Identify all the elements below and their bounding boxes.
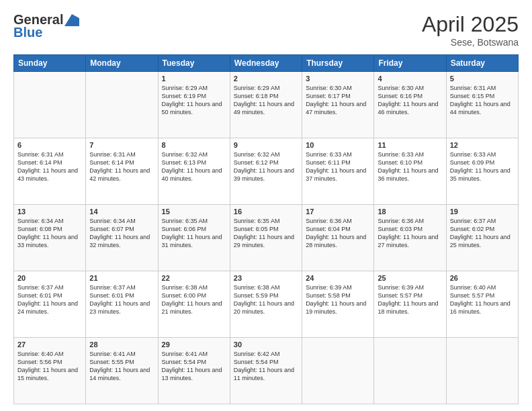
day-number: 18 (378, 208, 442, 216)
table-row: 4 Sunrise: 6:30 AMSunset: 6:16 PMDayligh… (374, 72, 446, 138)
table-row: 27 Sunrise: 6:40 AMSunset: 5:56 PMDaylig… (14, 338, 86, 404)
week-row-2: 6 Sunrise: 6:31 AMSunset: 6:14 PMDayligh… (14, 138, 519, 205)
cell-sunrise: Sunrise: 6:29 AMSunset: 6:19 PMDaylight:… (162, 85, 222, 116)
header: General Blue April 2025 Sese, Botswana (13, 12, 519, 48)
cell-sunrise: Sunrise: 6:38 AMSunset: 5:59 PMDaylight:… (234, 284, 294, 315)
cell-sunrise: Sunrise: 6:29 AMSunset: 6:18 PMDaylight:… (234, 85, 294, 116)
location: Sese, Botswana (422, 37, 519, 48)
table-row (86, 72, 158, 138)
month-title: April 2025 (422, 12, 519, 37)
day-number: 23 (234, 274, 298, 282)
day-number: 6 (17, 141, 82, 149)
title-block: April 2025 Sese, Botswana (422, 12, 519, 48)
header-tuesday: Tuesday (158, 55, 230, 72)
cell-sunrise: Sunrise: 6:33 AMSunset: 6:11 PMDaylight:… (306, 151, 366, 182)
day-number: 20 (17, 274, 82, 282)
table-row: 19 Sunrise: 6:37 AMSunset: 6:02 PMDaylig… (446, 205, 518, 271)
table-row: 26 Sunrise: 6:40 AMSunset: 5:57 PMDaylig… (446, 271, 518, 338)
day-number: 12 (450, 141, 515, 149)
day-number: 28 (89, 340, 154, 349)
cell-sunrise: Sunrise: 6:40 AMSunset: 5:56 PMDaylight:… (17, 351, 78, 381)
table-row (14, 72, 86, 138)
table-row: 5 Sunrise: 6:31 AMSunset: 6:15 PMDayligh… (446, 72, 518, 138)
day-number: 3 (306, 75, 370, 83)
table-row (302, 338, 374, 404)
week-row-4: 20 Sunrise: 6:37 AMSunset: 6:01 PMDaylig… (14, 271, 519, 338)
table-row: 21 Sunrise: 6:37 AMSunset: 6:01 PMDaylig… (86, 271, 158, 338)
table-row (374, 338, 446, 404)
day-number: 7 (89, 141, 154, 149)
day-number: 26 (450, 274, 515, 282)
header-wednesday: Wednesday (230, 55, 302, 72)
logo-blue-text: Blue (13, 25, 42, 40)
logo: General Blue (13, 12, 79, 40)
day-number: 2 (234, 75, 298, 83)
day-number: 5 (450, 75, 515, 83)
week-row-1: 1 Sunrise: 6:29 AMSunset: 6:19 PMDayligh… (14, 72, 519, 138)
table-row: 24 Sunrise: 6:39 AMSunset: 5:58 PMDaylig… (302, 271, 374, 338)
day-number: 30 (234, 340, 298, 349)
day-number: 15 (162, 208, 226, 216)
header-saturday: Saturday (446, 55, 518, 72)
table-row: 20 Sunrise: 6:37 AMSunset: 6:01 PMDaylig… (14, 271, 86, 338)
day-number: 9 (234, 141, 298, 149)
day-number: 14 (89, 208, 154, 216)
day-number: 21 (89, 274, 154, 282)
week-row-3: 13 Sunrise: 6:34 AMSunset: 6:08 PMDaylig… (14, 205, 519, 271)
cell-sunrise: Sunrise: 6:33 AMSunset: 6:10 PMDaylight:… (378, 151, 438, 182)
table-row: 15 Sunrise: 6:35 AMSunset: 6:06 PMDaylig… (158, 205, 230, 271)
svg-marker-0 (64, 14, 79, 26)
cell-sunrise: Sunrise: 6:31 AMSunset: 6:15 PMDaylight:… (450, 85, 511, 116)
day-number: 16 (234, 208, 298, 216)
day-number: 24 (306, 274, 370, 282)
cell-sunrise: Sunrise: 6:31 AMSunset: 6:14 PMDaylight:… (89, 151, 150, 182)
cell-sunrise: Sunrise: 6:36 AMSunset: 6:04 PMDaylight:… (306, 218, 366, 248)
table-row: 3 Sunrise: 6:30 AMSunset: 6:17 PMDayligh… (302, 72, 374, 138)
day-number: 25 (378, 274, 442, 282)
weekday-header-row: Sunday Monday Tuesday Wednesday Thursday… (14, 55, 519, 72)
table-row: 2 Sunrise: 6:29 AMSunset: 6:18 PMDayligh… (230, 72, 302, 138)
table-row: 18 Sunrise: 6:36 AMSunset: 6:03 PMDaylig… (374, 205, 446, 271)
cell-sunrise: Sunrise: 6:33 AMSunset: 6:09 PMDaylight:… (450, 151, 511, 182)
day-number: 8 (162, 141, 226, 149)
cell-sunrise: Sunrise: 6:34 AMSunset: 6:08 PMDaylight:… (17, 218, 78, 248)
day-number: 22 (162, 274, 226, 282)
cell-sunrise: Sunrise: 6:36 AMSunset: 6:03 PMDaylight:… (378, 218, 438, 248)
header-monday: Monday (86, 55, 158, 72)
table-row: 22 Sunrise: 6:38 AMSunset: 6:00 PMDaylig… (158, 271, 230, 338)
table-row: 17 Sunrise: 6:36 AMSunset: 6:04 PMDaylig… (302, 205, 374, 271)
cell-sunrise: Sunrise: 6:30 AMSunset: 6:17 PMDaylight:… (306, 85, 366, 116)
table-row: 9 Sunrise: 6:32 AMSunset: 6:12 PMDayligh… (230, 138, 302, 205)
table-row: 16 Sunrise: 6:35 AMSunset: 6:05 PMDaylig… (230, 205, 302, 271)
table-row: 14 Sunrise: 6:34 AMSunset: 6:07 PMDaylig… (86, 205, 158, 271)
page: General Blue April 2025 Sese, Botswana S… (0, 0, 532, 411)
header-friday: Friday (374, 55, 446, 72)
cell-sunrise: Sunrise: 6:37 AMSunset: 6:02 PMDaylight:… (450, 218, 511, 248)
table-row: 6 Sunrise: 6:31 AMSunset: 6:14 PMDayligh… (14, 138, 86, 205)
cell-sunrise: Sunrise: 6:39 AMSunset: 5:57 PMDaylight:… (378, 284, 438, 315)
table-row: 10 Sunrise: 6:33 AMSunset: 6:11 PMDaylig… (302, 138, 374, 205)
cell-sunrise: Sunrise: 6:42 AMSunset: 5:54 PMDaylight:… (234, 351, 294, 381)
table-row: 8 Sunrise: 6:32 AMSunset: 6:13 PMDayligh… (158, 138, 230, 205)
week-row-5: 27 Sunrise: 6:40 AMSunset: 5:56 PMDaylig… (14, 338, 519, 404)
table-row: 1 Sunrise: 6:29 AMSunset: 6:19 PMDayligh… (158, 72, 230, 138)
table-row: 29 Sunrise: 6:41 AMSunset: 5:54 PMDaylig… (158, 338, 230, 404)
table-row: 11 Sunrise: 6:33 AMSunset: 6:10 PMDaylig… (374, 138, 446, 205)
cell-sunrise: Sunrise: 6:41 AMSunset: 5:54 PMDaylight:… (162, 351, 222, 381)
logo-icon (64, 14, 79, 26)
day-number: 10 (306, 141, 370, 149)
table-row: 13 Sunrise: 6:34 AMSunset: 6:08 PMDaylig… (14, 205, 86, 271)
day-number: 19 (450, 208, 515, 216)
table-row: 30 Sunrise: 6:42 AMSunset: 5:54 PMDaylig… (230, 338, 302, 404)
header-sunday: Sunday (14, 55, 86, 72)
table-row: 25 Sunrise: 6:39 AMSunset: 5:57 PMDaylig… (374, 271, 446, 338)
table-row: 7 Sunrise: 6:31 AMSunset: 6:14 PMDayligh… (86, 138, 158, 205)
day-number: 27 (17, 340, 82, 349)
table-row (446, 338, 518, 404)
cell-sunrise: Sunrise: 6:32 AMSunset: 6:12 PMDaylight:… (234, 151, 294, 182)
day-number: 29 (162, 340, 226, 349)
cell-sunrise: Sunrise: 6:38 AMSunset: 6:00 PMDaylight:… (162, 284, 222, 315)
cell-sunrise: Sunrise: 6:39 AMSunset: 5:58 PMDaylight:… (306, 284, 366, 315)
cell-sunrise: Sunrise: 6:40 AMSunset: 5:57 PMDaylight:… (450, 284, 511, 315)
day-number: 1 (162, 75, 226, 83)
